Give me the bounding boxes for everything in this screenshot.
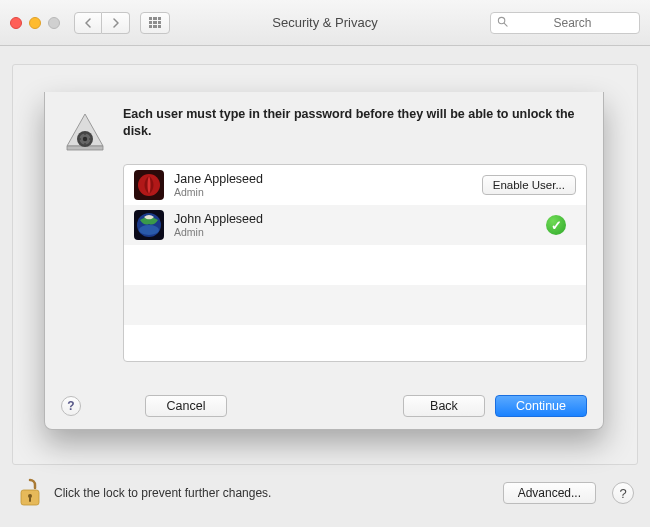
window-titlebar: Security & Privacy [0, 0, 650, 46]
empty-row [124, 325, 586, 362]
preference-pane: Click the lock to prevent further change… [0, 46, 650, 527]
enable-user-button[interactable]: Enable User... [482, 175, 576, 195]
sheet-header: Each user must type in their password be… [61, 106, 587, 154]
pane-footer: Click the lock to prevent further change… [16, 473, 634, 513]
search-icon [497, 16, 508, 29]
sheet-message: Each user must type in their password be… [123, 106, 587, 140]
user-info: John Appleseed Admin [174, 212, 263, 238]
search-field[interactable] [490, 12, 640, 34]
filevault-icon [61, 106, 109, 154]
chevron-left-icon [84, 18, 92, 28]
user-role: Admin [174, 226, 263, 238]
user-info: Jane Appleseed Admin [174, 172, 263, 198]
minimize-window-button[interactable] [29, 17, 41, 29]
list-item[interactable]: John Appleseed Admin ✓ [124, 205, 586, 245]
empty-row [124, 285, 586, 325]
search-input[interactable] [512, 16, 633, 30]
back-sheet-button[interactable]: Back [403, 395, 485, 417]
cancel-button[interactable]: Cancel [145, 395, 227, 417]
unlocked-padlock-icon [17, 478, 43, 508]
grid-icon [149, 17, 161, 29]
filevault-user-sheet: Each user must type in their password be… [44, 92, 604, 430]
svg-point-16 [139, 225, 159, 235]
close-window-button[interactable] [10, 17, 22, 29]
svg-line-1 [504, 23, 507, 26]
svg-rect-4 [29, 497, 31, 502]
lock-description: Click the lock to prevent further change… [54, 486, 271, 500]
empty-row [124, 245, 586, 285]
svg-point-0 [498, 17, 504, 23]
user-list: Jane Appleseed Admin Enable User... [123, 164, 587, 362]
user-name: John Appleseed [174, 212, 263, 226]
svg-point-7 [83, 137, 87, 141]
forward-button[interactable] [102, 12, 130, 34]
zoom-window-button [48, 17, 60, 29]
continue-button[interactable]: Continue [495, 395, 587, 417]
avatar [134, 170, 164, 200]
avatar [134, 210, 164, 240]
user-name: Jane Appleseed [174, 172, 263, 186]
lock-button[interactable] [16, 477, 44, 509]
list-item[interactable]: Jane Appleseed Admin Enable User... [124, 165, 586, 205]
sheet-footer: ? Cancel Back Continue [61, 387, 587, 417]
user-role: Admin [174, 186, 263, 198]
back-button[interactable] [74, 12, 102, 34]
enabled-check-icon: ✓ [546, 215, 566, 235]
window-controls [10, 17, 60, 29]
sheet-help-button[interactable]: ? [61, 396, 81, 416]
nav-buttons [74, 12, 130, 34]
show-all-button[interactable] [140, 12, 170, 34]
chevron-right-icon [112, 18, 120, 28]
advanced-button[interactable]: Advanced... [503, 482, 596, 504]
help-button[interactable]: ? [612, 482, 634, 504]
